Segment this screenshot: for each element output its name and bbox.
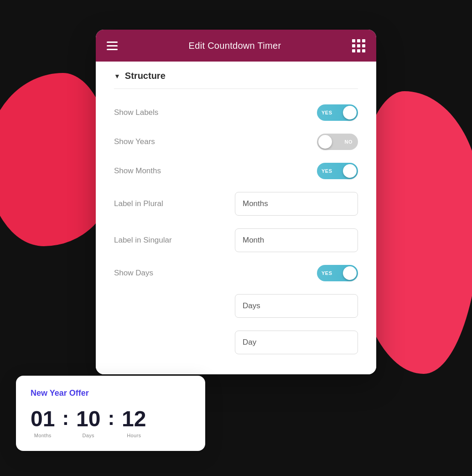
days-plural-input[interactable] xyxy=(235,294,358,318)
show-months-toggle[interactable]: YES xyxy=(317,163,358,179)
toggle-yes-label: YES xyxy=(322,110,332,115)
countdown-label-hours: Hours xyxy=(127,433,141,438)
show-labels-row: Show Labels YES xyxy=(114,98,358,127)
preview-title: New Year Offer xyxy=(31,388,191,398)
show-years-toggle[interactable]: NO xyxy=(317,134,358,150)
days-plural-row xyxy=(114,288,358,324)
grid-icon[interactable] xyxy=(352,39,365,52)
show-labels-label: Show Labels xyxy=(114,108,158,117)
countdown-label-days: Days xyxy=(83,433,94,438)
show-months-row: Show Months YES xyxy=(114,156,358,186)
day-singular-row xyxy=(114,324,358,361)
show-days-toggle[interactable]: YES xyxy=(317,265,358,281)
section-header: ▼ Structure xyxy=(114,71,358,89)
show-years-row: Show Years NO xyxy=(114,127,358,156)
show-days-row: Show Days YES xyxy=(114,259,358,288)
label-plural-input[interactable] xyxy=(235,192,358,216)
countdown-number-hours: 12 xyxy=(122,408,146,430)
toggle-yes-label-days: YES xyxy=(322,270,332,276)
show-years-label: Show Years xyxy=(114,137,155,146)
show-labels-toggle[interactable]: YES xyxy=(317,104,358,121)
toggle-yes-label-months: YES xyxy=(322,168,332,174)
countdown-unit-days: 10 Days xyxy=(76,408,100,438)
countdown-unit-months: 01 Months xyxy=(31,408,55,438)
countdown-number-days: 10 xyxy=(76,408,100,430)
label-singular-input[interactable] xyxy=(235,228,358,252)
show-months-label: Show Months xyxy=(114,166,161,176)
hamburger-icon[interactable] xyxy=(107,41,118,50)
toggle-no-label: NO xyxy=(345,139,353,145)
label-plural-label: Label in Plural xyxy=(114,199,163,208)
panel-header: Edit Countdown Timer xyxy=(96,30,376,62)
section-title: Structure xyxy=(125,71,166,81)
countdown-label-months: Months xyxy=(34,433,52,438)
countdown-row: 01 Months : 10 Days : 12 Hours xyxy=(31,408,191,438)
label-singular-row: Label in Singular xyxy=(114,222,358,259)
label-singular-label: Label in Singular xyxy=(114,236,172,245)
separator-2: : xyxy=(100,408,122,428)
show-days-label: Show Days xyxy=(114,269,153,278)
panel-title: Edit Countdown Timer xyxy=(189,41,281,51)
countdown-unit-hours: 12 Hours xyxy=(122,408,146,438)
countdown-number-months: 01 xyxy=(31,408,55,430)
day-singular-input[interactable] xyxy=(235,331,358,354)
label-plural-row: Label in Plural xyxy=(114,186,358,222)
panel-body: ▼ Structure Show Labels YES Show Years N… xyxy=(96,62,376,374)
edit-panel: Edit Countdown Timer ▼ Structure Show La… xyxy=(96,30,376,374)
separator-1: : xyxy=(55,408,76,428)
section-arrow[interactable]: ▼ xyxy=(114,72,120,80)
preview-card: New Year Offer 01 Months : 10 Days : 12 … xyxy=(16,376,205,451)
